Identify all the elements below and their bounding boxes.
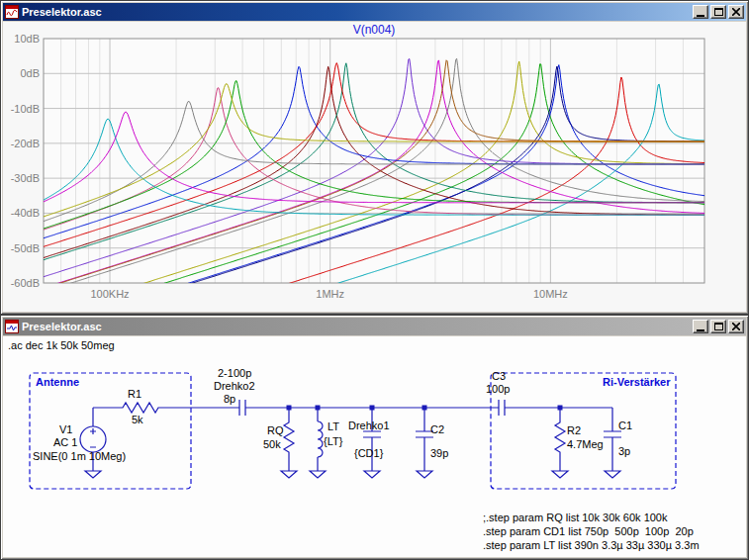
step-directive-lt[interactable]: .step param LT list 390n 3.3µ 33µ 330µ 3… [483, 539, 700, 552]
ground-symbol[interactable] [605, 471, 620, 478]
ground-symbol[interactable] [552, 471, 568, 478]
junction-dot [558, 406, 563, 411]
c3-name-label[interactable]: C3 [492, 370, 506, 383]
waveform-file-icon [5, 5, 19, 19]
close-button[interactable] [728, 5, 744, 19]
close-icon [732, 323, 740, 330]
minimize-button[interactable] [693, 5, 708, 19]
c3-value-label[interactable]: 100p [486, 383, 510, 396]
lt-value-label[interactable]: {LT} [324, 435, 342, 448]
minimize-button[interactable] [693, 320, 708, 333]
y-tick-label: -60dB [11, 277, 40, 289]
plot-window-controls [693, 5, 744, 19]
drehko2-name-label[interactable]: Drehko2 [214, 380, 255, 393]
y-tick-label: -50dB [11, 242, 40, 254]
ground-symbol[interactable] [310, 471, 326, 478]
inductor-LT-symbol[interactable] [318, 421, 323, 457]
drehko2-value-label[interactable]: 8p [224, 393, 235, 406]
schematic-window-controls [693, 320, 744, 333]
amplifier-group-box [491, 373, 676, 489]
c1-value-label[interactable]: 3p [618, 445, 630, 458]
resistor-RQ-symbol[interactable] [284, 420, 294, 453]
junction-dot [422, 406, 427, 411]
frequency-response-chart[interactable]: 10dB0dB-10dB-20dB-30dB-40dB-50dB-60dB100… [3, 22, 746, 312]
maximize-button[interactable] [710, 320, 726, 333]
resistor-R1-symbol[interactable] [118, 403, 163, 413]
close-icon [732, 8, 740, 16]
r2-value-label[interactable]: 4.7Meg [567, 438, 604, 451]
plot-window: Preselektor.asc 10dB0dB-10dB-20dB-30dB-4… [0, 0, 749, 315]
step-directive-rq[interactable]: ;.step param RQ list 10k 30k 60k 100k [483, 512, 667, 524]
step-directive-cd1[interactable]: .step param CD1 list 750p 500p 100p 20p [483, 525, 694, 538]
plot-window-title: Preselektor.asc [22, 6, 690, 18]
analysis-directive[interactable]: .ac dec 1k 50k 50meg [8, 339, 115, 352]
ground-symbol[interactable] [85, 471, 101, 478]
v1-sine-label[interactable]: SINE(0 1m 10Meg) [33, 450, 126, 463]
x-tick-label: 100KHz [90, 288, 129, 300]
close-button[interactable] [728, 320, 744, 333]
maximize-icon [714, 8, 723, 16]
minimize-icon [697, 329, 704, 331]
schematic-file-icon [5, 320, 19, 333]
schematic-pane[interactable]: .ac dec 1k 50k 50meg Antenne Ri-Verstärk… [3, 336, 746, 557]
ground-symbol[interactable] [417, 471, 432, 478]
plot-window-titlebar[interactable]: Preselektor.asc [3, 3, 746, 21]
ltspice-workspace: Preselektor.asc 10dB0dB-10dB-20dB-30dB-4… [0, 0, 749, 560]
chart-title[interactable]: V(n004) [353, 23, 396, 37]
rq-name-label[interactable]: RQ [267, 424, 284, 437]
junction-dot [316, 406, 321, 411]
c2-value-label[interactable]: 39p [430, 447, 448, 460]
junction-dot [370, 406, 375, 411]
capacitor-C3-symbol[interactable] [499, 400, 505, 416]
x-tick-label: 10MHz [533, 288, 568, 300]
drehko1-value-label[interactable]: {CD1} [354, 447, 383, 460]
ground-symbol[interactable] [281, 471, 297, 478]
junction-dot [287, 406, 292, 411]
antenna-box-label[interactable]: Antenne [36, 376, 79, 389]
minimize-icon [697, 15, 704, 17]
maximize-icon [714, 323, 723, 330]
x-tick-label: 1MHz [316, 288, 344, 300]
drehko1-name-label[interactable]: Drehko1 [348, 420, 390, 432]
y-tick-label: 0dB [20, 67, 40, 79]
r2-name-label[interactable]: R2 [567, 424, 581, 437]
y-tick-label: -20dB [11, 138, 40, 149]
y-tick-label: -10dB [11, 103, 40, 115]
y-tick-label: -30dB [11, 172, 40, 184]
ground-symbol[interactable] [364, 471, 380, 478]
antenna-group-box [30, 373, 191, 489]
schematic-window: Preselektor.asc [0, 315, 749, 560]
voltage-source-V1-symbol[interactable] [80, 426, 106, 452]
y-tick-label: 10dB [14, 33, 40, 45]
capacitor-Drehko2-symbol[interactable] [239, 400, 245, 416]
amplifier-box-label[interactable]: Ri-Verstärker [603, 376, 671, 389]
c1-name-label[interactable]: C1 [618, 420, 632, 432]
resistor-R2-symbol[interactable] [555, 420, 565, 453]
schematic-window-title: Preselektor.asc [22, 321, 690, 332]
maximize-button[interactable] [710, 5, 726, 19]
drehko2-range-label[interactable]: 2-100p [218, 367, 251, 380]
v1-name-label[interactable]: V1 [59, 423, 72, 436]
y-tick-label: -40dB [11, 207, 40, 219]
rq-value-label[interactable]: 50k [263, 438, 281, 451]
r1-value-label[interactable]: 5k [132, 414, 143, 426]
c2-name-label[interactable]: C2 [430, 423, 444, 436]
waveform-pane[interactable]: 10dB0dB-10dB-20dB-30dB-40dB-50dB-60dB100… [3, 22, 746, 312]
r1-name-label[interactable]: R1 [128, 388, 141, 401]
schematic-window-titlebar[interactable]: Preselektor.asc [3, 318, 746, 335]
wires[interactable] [93, 408, 612, 471]
lt-name-label[interactable]: LT [328, 420, 339, 433]
v1-value-label[interactable]: AC 1 [53, 436, 77, 449]
